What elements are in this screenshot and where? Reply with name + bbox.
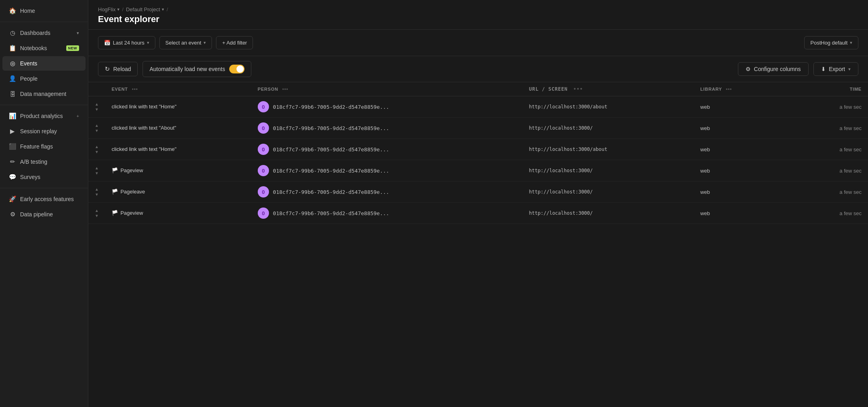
- table-row[interactable]: ▲ ▼ clicked link with text "Home" 0 018c…: [88, 139, 868, 160]
- expand-arrows[interactable]: ▲ ▼: [95, 123, 99, 133]
- time-cell: a few sec: [777, 160, 868, 181]
- sidebar-item-label: Session replay: [20, 128, 79, 134]
- library-cell: web: [694, 139, 777, 160]
- expand-arrows[interactable]: ▲ ▼: [95, 166, 99, 175]
- posthog-default-button[interactable]: PostHog default ▾: [804, 36, 858, 49]
- expand-arrows[interactable]: ▲ ▼: [95, 102, 99, 112]
- event-name: 🏳️Pageview: [112, 167, 143, 173]
- person-cell: 0 018cf7c7-99b6-7005-9dd2-d547e8859e...: [251, 160, 523, 181]
- auto-load-toggle[interactable]: [229, 65, 245, 73]
- time-cell: a few sec: [777, 203, 868, 224]
- time-range-button[interactable]: 📅 Last 24 hours ▾: [98, 36, 155, 49]
- breadcrumb-org[interactable]: HogFlix ▾: [98, 6, 120, 12]
- sidebar-item-label: A/B testing: [20, 159, 79, 165]
- export-button[interactable]: ⬇ Export ▾: [813, 62, 858, 76]
- table-row[interactable]: ▲ ▼ 🏳️Pageview 0 018cf7c7-99b6-7005-9dd2…: [88, 203, 868, 224]
- sidebar-item-data-management[interactable]: 🗄 Data management: [2, 87, 86, 101]
- time-cell: a few sec: [777, 118, 868, 139]
- configure-icon: ⚙: [746, 66, 751, 72]
- avatar: 0: [258, 144, 269, 155]
- sidebar-item-session-replay[interactable]: ▶ Session replay: [2, 124, 86, 138]
- library-cell: web: [694, 203, 777, 224]
- col-library-options[interactable]: •••: [726, 86, 732, 92]
- sidebar-item-early-access[interactable]: 🚀 Early access features: [2, 192, 86, 206]
- sidebar-item-ab-testing[interactable]: ✏ A/B testing: [2, 155, 86, 169]
- event-cell: 🏳️Pageleave: [105, 181, 251, 203]
- configure-columns-button[interactable]: ⚙ Configure columns: [738, 62, 809, 76]
- sidebar-item-label: Data management: [20, 91, 79, 97]
- col-event-options[interactable]: •••: [132, 86, 138, 92]
- col-url: URL / SCREEN •••: [523, 82, 694, 96]
- library-cell: web: [694, 96, 777, 118]
- sidebar-item-label: Feature flags: [20, 143, 79, 150]
- sidebar-item-label: Notebooks: [20, 45, 62, 51]
- ab-testing-icon: ✏: [9, 158, 16, 165]
- col-expand: [88, 82, 105, 96]
- add-filter-button[interactable]: + Add filter: [216, 36, 253, 49]
- sidebar-item-label: Surveys: [20, 174, 79, 180]
- expand-arrows[interactable]: ▲ ▼: [95, 208, 99, 218]
- sidebar-item-notebooks[interactable]: 📋 Notebooks NEW: [2, 41, 86, 55]
- sidebar-item-label: People: [20, 75, 79, 82]
- breadcrumb-sep-1: /: [122, 6, 124, 12]
- dashboards-icon: ◷: [9, 29, 16, 37]
- col-url-options[interactable]: •••: [573, 86, 583, 92]
- table-row[interactable]: ▲ ▼ clicked link with text "Home" 0 018c…: [88, 96, 868, 118]
- library-cell: web: [694, 160, 777, 181]
- chevron-down-icon: ▾: [204, 40, 206, 45]
- time-cell: a few sec: [777, 96, 868, 118]
- expand-arrows[interactable]: ▲ ▼: [95, 187, 99, 197]
- plus-icon[interactable]: +: [77, 114, 79, 118]
- avatar: 0: [258, 165, 269, 176]
- events-table-container: EVENT ••• PERSON ••• URL / SCREEN ••• LI…: [88, 82, 868, 407]
- breadcrumb: HogFlix ▾ / Default Project ▾ /: [98, 6, 858, 12]
- library-cell: web: [694, 118, 777, 139]
- sidebar-item-events[interactable]: ◎ Events: [2, 56, 86, 71]
- sidebar-item-home[interactable]: 🏠 Home: [2, 4, 86, 18]
- people-icon: 👤: [9, 75, 16, 82]
- url-cell: http://localhost:3000/: [523, 203, 694, 224]
- table-row[interactable]: ▲ ▼ 🏳️Pageleave 0 018cf7c7-99b6-7005-9dd…: [88, 181, 868, 203]
- notebooks-icon: 📋: [9, 45, 16, 52]
- sidebar-item-label: Events: [20, 60, 79, 67]
- sidebar: 🏠 Home ◷ Dashboards ▾ 📋 Notebooks NEW ◎ …: [0, 0, 88, 407]
- sidebar-item-data-pipeline[interactable]: ⚙ Data pipeline: [2, 207, 86, 222]
- url-cell: http://localhost:3000/about: [523, 96, 694, 118]
- feature-flags-icon: ⬛: [9, 143, 16, 150]
- toolbar: 📅 Last 24 hours ▾ Select an event ▾ + Ad…: [88, 30, 868, 56]
- table-row[interactable]: ▲ ▼ 🏳️Pageview 0 018cf7c7-99b6-7005-9dd2…: [88, 160, 868, 181]
- breadcrumb-project[interactable]: Default Project ▾: [126, 6, 164, 12]
- event-cell: 🏳️Pageview: [105, 203, 251, 224]
- expand-cell: ▲ ▼: [88, 139, 105, 160]
- expand-arrows[interactable]: ▲ ▼: [95, 144, 99, 154]
- select-event-button[interactable]: Select an event ▾: [159, 36, 212, 49]
- time-cell: a few sec: [777, 181, 868, 203]
- sidebar-item-product-analytics[interactable]: 📊 Product analytics +: [2, 109, 86, 123]
- sidebar-item-feature-flags[interactable]: ⬛ Feature flags: [2, 139, 86, 154]
- sidebar-item-label: Data pipeline: [20, 211, 79, 218]
- events-icon: ◎: [9, 60, 16, 67]
- table-row[interactable]: ▲ ▼ clicked link with text "About" 0 018…: [88, 118, 868, 139]
- posthog-icon: 🏳️: [112, 167, 118, 173]
- col-person-options[interactable]: •••: [282, 86, 288, 92]
- sidebar-item-label: Dashboards: [20, 30, 73, 36]
- reload-button[interactable]: ↻ Reload: [98, 62, 138, 76]
- chevron-down-icon: ▾: [848, 67, 851, 72]
- session-replay-icon: ▶: [9, 128, 16, 135]
- product-analytics-icon: 📊: [9, 112, 16, 120]
- sidebar-item-people[interactable]: 👤 People: [2, 71, 86, 86]
- sidebar-item-dashboards[interactable]: ◷ Dashboards ▾: [2, 26, 86, 40]
- person-cell: 0 018cf7c7-99b6-7005-9dd2-d547e8859e...: [251, 139, 523, 160]
- main-content: HogFlix ▾ / Default Project ▾ / Event ex…: [88, 0, 868, 407]
- person-id: 018cf7c7-99b6-7005-9dd2-d547e8859e...: [273, 104, 389, 110]
- person-id: 018cf7c7-99b6-7005-9dd2-d547e8859e...: [273, 147, 389, 153]
- col-person: PERSON •••: [251, 82, 523, 96]
- person-id: 018cf7c7-99b6-7005-9dd2-d547e8859e...: [273, 189, 389, 195]
- event-cell: clicked link with text "Home": [105, 96, 251, 118]
- person-cell: 0 018cf7c7-99b6-7005-9dd2-d547e8859e...: [251, 96, 523, 118]
- sidebar-item-surveys[interactable]: 💬 Surveys: [2, 170, 86, 184]
- person-id: 018cf7c7-99b6-7005-9dd2-d547e8859e...: [273, 168, 389, 174]
- badge-new: NEW: [66, 45, 79, 51]
- sidebar-item-label: Early access features: [20, 196, 79, 202]
- page-header: HogFlix ▾ / Default Project ▾ / Event ex…: [88, 0, 868, 30]
